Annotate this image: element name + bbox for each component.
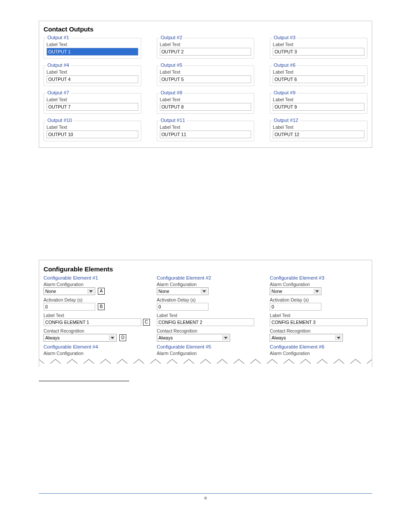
output-frame: Label Text xyxy=(157,121,255,141)
output-frame: Label Text xyxy=(157,93,255,114)
output-label-input[interactable] xyxy=(160,75,252,83)
contact-outputs-title: Contact Outputs xyxy=(44,25,367,33)
alarm-configuration-dropdown[interactable]: None xyxy=(270,287,321,295)
label-text-caption: Label Text xyxy=(47,42,138,47)
output-legend: Output #9 xyxy=(272,90,297,95)
output-legend: Output #3 xyxy=(272,35,297,40)
activation-delay-input[interactable] xyxy=(157,303,209,311)
label-text-caption: Label Text xyxy=(270,313,367,318)
alarm-configuration-label: Alarm Configuration xyxy=(44,282,141,287)
page-footer: ® xyxy=(39,496,372,505)
output-label-input[interactable] xyxy=(160,131,252,138)
label-text-caption: Label Text xyxy=(273,124,364,130)
contact-recognition-label: Contact Recognition xyxy=(44,328,141,333)
output-label-input[interactable] xyxy=(273,103,364,111)
outputs-grid: Output #1Label TextOutput #2Label TextOu… xyxy=(44,35,367,141)
chevron-down-icon xyxy=(111,337,114,339)
output-label-input[interactable] xyxy=(47,48,138,56)
output-label-input[interactable] xyxy=(273,131,364,138)
contact-recognition-dropdown[interactable]: Always xyxy=(157,334,230,342)
label-text-caption: Label Text xyxy=(157,313,255,318)
callout-b: B xyxy=(98,303,105,310)
alarm-configuration-label: Alarm Configuration xyxy=(157,282,255,287)
output-group-10: Output #10Label Text xyxy=(44,118,141,141)
callout-d: D xyxy=(119,334,126,341)
label-text-caption: Label Text xyxy=(160,69,252,75)
output-frame: Label Text xyxy=(157,65,255,86)
output-legend: Output #8 xyxy=(159,90,184,95)
contact-outputs-panel: Contact Outputs Output #1Label TextOutpu… xyxy=(39,21,372,148)
output-label-input[interactable] xyxy=(47,131,138,138)
output-legend: Output #11 xyxy=(159,118,187,123)
contact-recognition-dropdown[interactable]: Always xyxy=(270,334,343,342)
alarm-configuration-dropdown[interactable]: None xyxy=(44,287,95,295)
output-frame: Label Text xyxy=(270,65,367,86)
chevron-down-icon xyxy=(89,290,93,292)
configurable-element-2: Configurable Element #2Alarm Configurati… xyxy=(157,275,255,342)
activation-delay-label: Activation Delay (s) xyxy=(270,297,367,302)
chevron-down-icon xyxy=(202,290,206,292)
configurable-element-row2-1: Configurable Element #4Alarm Configurati… xyxy=(44,344,141,356)
output-group-8: Output #8Label Text xyxy=(157,90,255,114)
element-label-input[interactable] xyxy=(270,318,367,326)
label-text-caption: Label Text xyxy=(273,97,364,102)
output-group-3: Output #3Label Text xyxy=(270,35,367,59)
configurable-element-row2-2: Configurable Element #5Alarm Configurati… xyxy=(157,344,255,356)
output-label-input[interactable] xyxy=(273,48,364,56)
element-label-input[interactable] xyxy=(44,318,141,326)
label-text-caption: Label Text xyxy=(47,69,138,75)
output-legend: Output #2 xyxy=(159,35,184,40)
output-label-input[interactable] xyxy=(47,75,138,83)
contact-recognition-dropdown[interactable]: Always xyxy=(44,334,117,342)
output-label-input[interactable] xyxy=(160,103,252,111)
output-legend: Output #1 xyxy=(46,35,71,40)
label-text-caption: Label Text xyxy=(160,97,252,102)
output-label-input[interactable] xyxy=(160,48,252,56)
output-group-2: Output #2Label Text xyxy=(157,35,255,59)
chevron-down-icon xyxy=(224,337,227,339)
ce-title: Configurable Element #1 xyxy=(44,275,141,280)
output-legend: Output #5 xyxy=(159,62,184,68)
ce-title: Configurable Element #2 xyxy=(157,275,255,280)
configurable-elements-title: Configurable Elements xyxy=(44,265,367,273)
chevron-down-icon xyxy=(315,290,319,292)
element-label-input[interactable] xyxy=(157,318,255,326)
output-frame: Label Text xyxy=(44,38,141,59)
label-text-caption: Label Text xyxy=(160,42,252,47)
output-label-input[interactable] xyxy=(273,75,364,83)
output-legend: Output #12 xyxy=(272,118,299,123)
callout-a: A xyxy=(98,288,105,295)
callout-c: C xyxy=(143,319,150,326)
contact-recognition-label: Contact Recognition xyxy=(270,328,367,333)
output-group-1: Output #1Label Text xyxy=(44,35,141,59)
output-group-4: Output #4Label Text xyxy=(44,63,141,86)
label-text-caption: Label Text xyxy=(47,124,138,130)
activation-delay-label: Activation Delay (s) xyxy=(44,297,141,302)
output-frame: Label Text xyxy=(44,65,141,86)
contact-recognition-label: Contact Recognition xyxy=(157,328,255,333)
ce-title: Configurable Element #3 xyxy=(270,275,367,280)
output-frame: Label Text xyxy=(270,38,367,59)
activation-delay-input[interactable] xyxy=(44,303,95,311)
output-frame: Label Text xyxy=(157,38,255,59)
configurable-element-1: Configurable Element #1Alarm Configurati… xyxy=(44,275,141,342)
configurable-elements-panel: Configurable Elements Configurable Eleme… xyxy=(39,260,372,367)
output-group-11: Output #11Label Text xyxy=(157,118,255,141)
alarm-configuration-label: Alarm Configuration xyxy=(270,351,367,356)
output-legend: Output #4 xyxy=(46,62,71,68)
output-frame: Label Text xyxy=(270,93,367,114)
registered-mark-icon: ® xyxy=(204,496,207,501)
output-frame: Label Text xyxy=(44,93,141,114)
activation-delay-input[interactable] xyxy=(270,303,321,311)
footer-center: ® xyxy=(39,496,372,501)
ce-title: Configurable Element #4 xyxy=(44,344,141,349)
alarm-configuration-label: Alarm Configuration xyxy=(44,351,141,356)
alarm-configuration-label: Alarm Configuration xyxy=(157,351,255,356)
alarm-configuration-dropdown[interactable]: None xyxy=(157,287,209,295)
output-group-5: Output #5Label Text xyxy=(157,63,255,86)
output-frame: Label Text xyxy=(44,121,141,141)
footnote-rule xyxy=(39,381,129,381)
output-label-input[interactable] xyxy=(47,103,138,111)
label-text-caption: Label Text xyxy=(160,124,252,130)
label-text-caption: Label Text xyxy=(44,313,141,318)
